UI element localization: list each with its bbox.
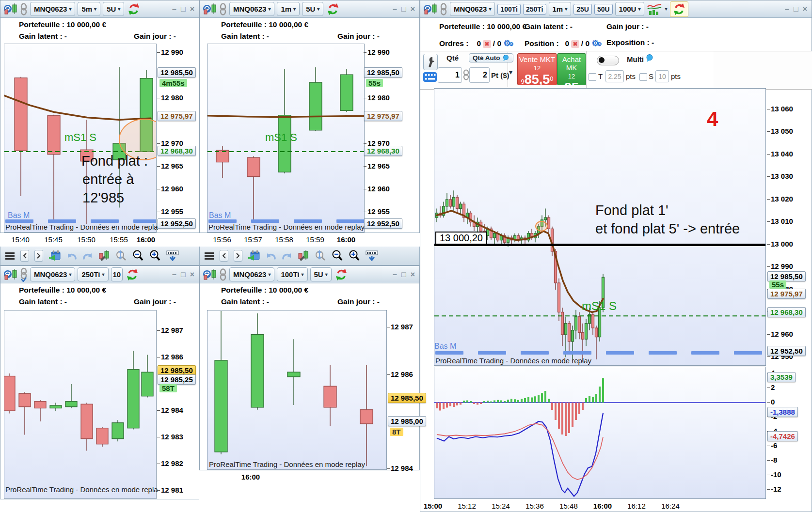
timeframe-dropdown[interactable]: 1m▾ — [277, 2, 300, 16]
tick-100ti-button[interactable]: 100Ti — [497, 4, 521, 15]
multi-toggle[interactable] — [597, 56, 619, 65]
chat-bubble-icon[interactable] — [645, 54, 654, 62]
link-check-icon[interactable] — [20, 267, 28, 282]
zoom-out-icon[interactable] — [332, 250, 343, 262]
menu-icon[interactable] — [5, 252, 15, 260]
scroll-right-button[interactable] — [234, 250, 242, 262]
minimize-button[interactable]: – — [172, 5, 176, 14]
annotation-line-2: et fond plat 5' -> entrée — [595, 221, 740, 237]
calendar-icon[interactable] — [48, 250, 61, 262]
refresh-icon[interactable] — [670, 1, 688, 17]
chart-type-icon[interactable] — [647, 2, 662, 16]
zoom-fit-icon[interactable] — [115, 250, 127, 262]
undo-icon[interactable] — [266, 251, 276, 260]
qty-input[interactable] — [438, 67, 462, 83]
qty2-input[interactable] — [469, 67, 490, 83]
cancel-orders-icon[interactable]: ✖ — [483, 40, 491, 48]
scroll-left-button[interactable] — [20, 250, 29, 262]
zoom-fit-icon[interactable] — [315, 250, 326, 262]
refresh-icon[interactable] — [127, 2, 141, 16]
ind-indicator-chart[interactable] — [434, 367, 766, 499]
units-dropdown[interactable]: 10 — [111, 267, 123, 281]
chart-sync-icon[interactable] — [423, 3, 437, 16]
chart-sync-icon[interactable] — [3, 3, 17, 16]
qty-auto-button[interactable]: Qté Auto — [469, 53, 513, 62]
minimize-button[interactable]: – — [393, 5, 397, 14]
price-tick: -6 — [771, 441, 777, 450]
zoom-in-icon[interactable] — [349, 250, 360, 262]
close-button[interactable]: × — [190, 270, 194, 279]
dock-panel-icon[interactable] — [366, 250, 378, 261]
bm-price-chart[interactable] — [207, 310, 387, 470]
menu-icon[interactable] — [205, 252, 214, 260]
stop-checkbox[interactable] — [639, 73, 647, 81]
refresh-icon[interactable] — [125, 268, 140, 281]
units-dropdown[interactable]: 5U▾ — [103, 2, 124, 16]
units-dropdown[interactable]: 100U▾ — [615, 2, 645, 16]
position-settings-icon[interactable]: ⚙⚙ — [591, 39, 602, 48]
symbol-dropdown[interactable]: MNQ0623▾ — [30, 267, 75, 281]
order-mode-caret[interactable]: ▾ — [509, 68, 512, 76]
minimize-button[interactable]: – — [785, 5, 789, 14]
target-checkbox[interactable] — [589, 73, 596, 81]
zoom-in-icon[interactable] — [149, 250, 161, 262]
close-button[interactable]: × — [411, 5, 415, 14]
chart-settings-icon[interactable] — [298, 250, 309, 262]
bl-price-chart[interactable] — [4, 310, 157, 499]
scroll-left-button[interactable] — [220, 250, 228, 262]
redo-icon[interactable] — [82, 251, 93, 260]
price-tick: 12 965 — [367, 162, 390, 170]
symbol-dropdown[interactable]: MNQ0623▾ — [229, 2, 274, 16]
scroll-right-button[interactable] — [34, 250, 43, 262]
buy-market-button[interactable]: Achat MK 12 985, — [557, 53, 586, 85]
chart-type-caret[interactable]: ▾ — [665, 6, 667, 12]
tick-250ti-button[interactable]: 250Ti — [523, 4, 546, 15]
maximize-button[interactable]: □ — [794, 5, 798, 14]
calendar-icon[interactable] — [248, 250, 260, 262]
zoom-out-icon[interactable] — [132, 250, 144, 262]
dock-panel-icon[interactable] — [166, 250, 179, 261]
timeframe-dropdown[interactable]: 5m▾ — [78, 2, 100, 16]
link-icon[interactable] — [219, 268, 227, 281]
time-tick: 16:00 — [337, 235, 355, 244]
undo-icon[interactable] — [66, 251, 77, 260]
maximize-button[interactable]: □ — [401, 5, 406, 14]
symbol-dropdown[interactable]: MNQ0623▾ — [30, 2, 75, 16]
units-dropdown[interactable]: 5U▾ — [310, 267, 332, 281]
maximize-button[interactable]: □ — [181, 5, 186, 14]
timeframe-dropdown[interactable]: 1m▾ — [549, 2, 572, 16]
timeframe-dropdown[interactable]: 250Ti▾ — [78, 267, 108, 281]
close-button[interactable]: × — [411, 270, 415, 279]
minimize-button[interactable]: – — [393, 270, 397, 279]
link-icon[interactable] — [219, 2, 227, 16]
minimize-button[interactable]: – — [172, 270, 176, 279]
qty-link-icon[interactable] — [463, 69, 469, 81]
target-label: T — [598, 72, 603, 80]
timeframe-dropdown[interactable]: 100Ti▾ — [277, 267, 307, 281]
chart-sync-icon[interactable] — [3, 268, 17, 281]
symbol-dropdown[interactable]: MNQ0623▾ — [450, 2, 495, 16]
chart-sync-icon[interactable] — [202, 268, 217, 281]
refresh-icon[interactable] — [334, 268, 349, 281]
target-pts-input[interactable] — [605, 70, 624, 82]
close-button[interactable]: × — [803, 5, 807, 14]
refresh-icon[interactable] — [326, 2, 340, 16]
orders-settings-icon[interactable]: ⚙⚙ — [503, 39, 513, 48]
close-button[interactable]: × — [190, 5, 194, 14]
symbol-dropdown[interactable]: MNQ0623▾ — [229, 267, 274, 281]
redo-icon[interactable] — [282, 251, 292, 260]
close-position-icon[interactable]: ✖ — [571, 40, 579, 48]
keyboard-icon[interactable] — [423, 72, 437, 82]
chart-settings-icon[interactable] — [98, 250, 110, 262]
maximize-button[interactable]: □ — [181, 270, 186, 279]
link-icon[interactable] — [440, 2, 447, 16]
maximize-button[interactable]: □ — [401, 270, 406, 279]
chart-sync-icon[interactable] — [202, 3, 217, 16]
units-dropdown[interactable]: 5U▾ — [302, 2, 323, 16]
time-tick: 16:12 — [627, 502, 646, 510]
sell-market-button[interactable]: Vente MKT 12 985,50 — [517, 53, 557, 85]
stop-pts-input[interactable] — [655, 70, 669, 82]
units-50u-button[interactable]: 50U — [594, 4, 613, 15]
link-icon[interactable] — [20, 2, 28, 16]
units-25u-button[interactable]: 25U — [573, 4, 592, 15]
